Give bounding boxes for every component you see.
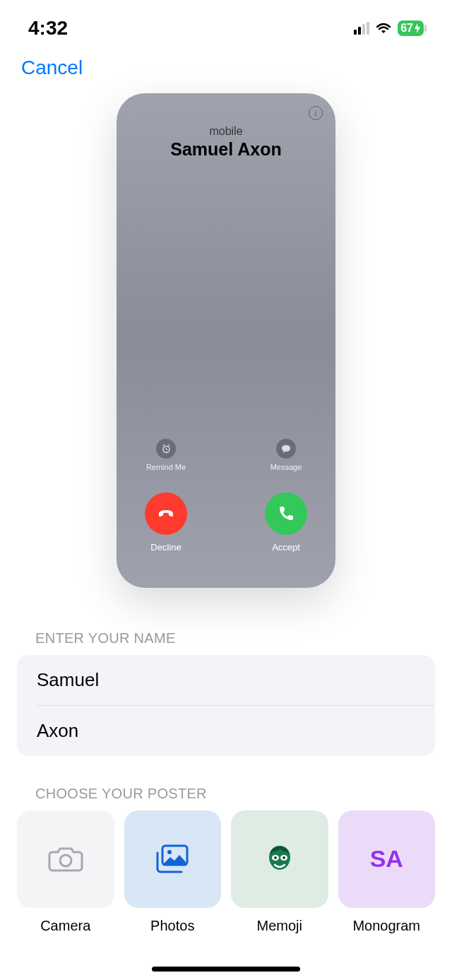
alarm-icon [156,439,176,459]
poster-preview-container: i mobile Samuel Axon Remind Me [0,93,452,616]
status-icons: 67 [354,20,424,36]
call-type-label: mobile [131,125,321,138]
message-action: Message [258,439,314,471]
memoji-card[interactable] [231,810,328,908]
svg-point-3 [167,850,172,854]
remind-me-label: Remind Me [146,463,186,471]
last-name-input[interactable] [17,706,435,756]
phone-mockup: i mobile Samuel Axon Remind Me [117,93,335,588]
accept-label: Accept [272,542,300,553]
poster-options: Camera Photos Memoji [0,810,452,934]
decline-action: Decline [138,492,194,553]
remind-me-action: Remind Me [138,439,194,471]
svg-point-7 [282,856,285,859]
svg-point-1 [60,855,71,866]
caller-name: Samuel Axon [131,139,321,160]
cellular-signal-icon [354,22,369,35]
wifi-icon [375,22,392,35]
call-actions: Remind Me Message [131,439,321,567]
monogram-text: SA [370,845,403,873]
home-indicator[interactable] [152,967,300,972]
info-icon: i [309,106,323,120]
monogram-label: Monogram [352,918,420,934]
message-label: Message [270,463,302,471]
monogram-card[interactable]: SA [338,810,436,908]
battery-percent: 67 [400,22,413,35]
memoji-label: Memoji [257,918,302,934]
navigation-bar: Cancel [0,49,452,93]
name-section-header: ENTER YOUR NAME [0,616,452,655]
cancel-button[interactable]: Cancel [21,57,83,79]
poster-option-camera: Camera [17,810,114,934]
camera-card[interactable] [17,810,114,908]
camera-label: Camera [40,918,90,934]
poster-option-monogram: SA Monogram [338,810,436,934]
photos-card[interactable] [124,810,222,908]
memoji-icon [263,843,296,875]
name-input-card [17,655,435,756]
photos-label: Photos [150,918,194,934]
accept-action: Accept [258,492,314,553]
battery-indicator: 67 [398,20,424,36]
decline-label: Decline [150,542,181,553]
message-icon [276,439,296,459]
accept-button-icon [265,492,307,535]
poster-option-memoji: Memoji [231,810,328,934]
status-bar: 4:32 67 [0,0,452,49]
camera-icon [48,845,83,873]
status-time: 4:32 [28,17,68,40]
decline-button-icon [145,492,187,535]
poster-section-header: CHOOSE YOUR POSTER [0,756,452,810]
svg-point-6 [274,856,277,859]
first-name-input[interactable] [17,655,435,705]
poster-option-photos: Photos [124,810,222,934]
photos-icon [155,844,190,875]
